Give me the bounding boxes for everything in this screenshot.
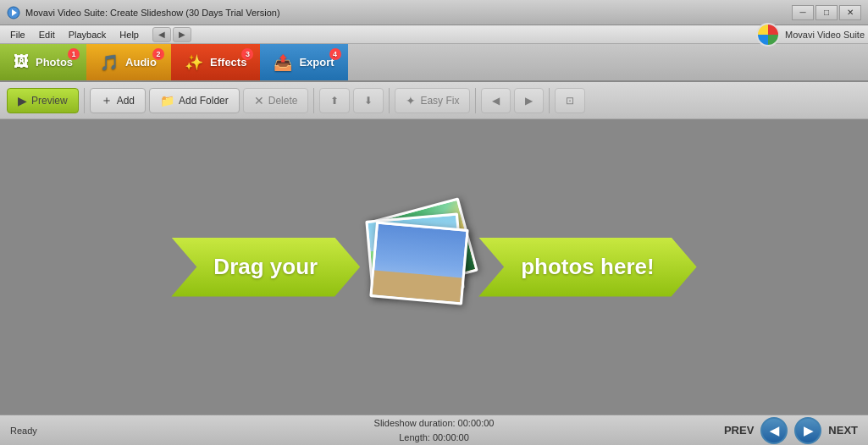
audio-tab-icon: 🎵 [100, 53, 119, 72]
photos-tab-icon: 🖼 [14, 53, 29, 71]
add-icon: ＋ [101, 93, 113, 108]
photos-tab-label: Photos [36, 56, 73, 69]
prev-nav-label: PREV [724, 424, 754, 437]
export-tab-icon: 📤 [274, 53, 292, 72]
drag-drop-area[interactable]: Drag your photos here! [171, 200, 696, 335]
menu-help[interactable]: Help [113, 28, 146, 41]
resize-icon: ⊡ [566, 95, 574, 107]
movavi-branding: Movavi Video Suite [756, 23, 865, 47]
menu-file[interactable]: File [3, 28, 32, 41]
status-navigation: PREV ◀ ▶ NEXT [575, 417, 858, 444]
window-controls: ─ □ ✕ [792, 5, 861, 20]
toolbar-separator-1 [84, 88, 85, 113]
main-content[interactable]: Drag your photos here! [0, 119, 868, 415]
window-title: Movavi Video Suite: Create Slideshow (30… [25, 8, 792, 18]
photo-card-3 [369, 221, 468, 305]
slideshow-duration: Slideshow duration: 00:00:00 [293, 416, 576, 431]
nav-arrows: ◀ ▶ [152, 27, 191, 42]
delete-button[interactable]: ✕ Delete [243, 88, 309, 113]
effects-tab-badge: 3 [241, 48, 253, 60]
toolbar: ▶ Preview ＋ Add 📁 Add Folder ✕ Delete ⬆ … [0, 82, 868, 119]
restore-button[interactable]: □ [815, 5, 838, 20]
app-icon [7, 6, 20, 19]
back-arrow[interactable]: ◀ [152, 27, 171, 42]
tab-photos[interactable]: 🖼 Photos 1 [0, 44, 86, 80]
tab-bar: 🖼 Photos 1 🎵 Audio 2 ✨ Effects 3 📤 Expor… [0, 44, 868, 82]
menu-playback[interactable]: Playback [62, 28, 113, 41]
toolbar-separator-2 [313, 88, 314, 113]
tab-effects[interactable]: ✨ Effects 3 [171, 44, 260, 80]
audio-tab-badge: 2 [152, 48, 164, 60]
status-ready: Ready [10, 426, 293, 436]
titlebar: Movavi Video Suite: Create Slideshow (30… [0, 0, 868, 25]
next-button[interactable]: ▶ [514, 88, 544, 113]
menu-edit[interactable]: Edit [32, 28, 62, 41]
export-tab-badge: 4 [329, 48, 341, 60]
audio-tab-label: Audio [125, 56, 157, 69]
delete-icon: ✕ [254, 94, 264, 107]
wand-icon: ✦ [406, 94, 416, 107]
add-button[interactable]: ＋ Add [90, 88, 146, 113]
resize-button[interactable]: ⊡ [555, 88, 585, 113]
photos-stack [351, 200, 487, 335]
close-button[interactable]: ✕ [839, 5, 861, 20]
prev-nav-button[interactable]: ◀ [760, 417, 788, 444]
effects-tab-label: Effects [210, 56, 246, 69]
movavi-logo-icon [756, 23, 780, 47]
movavi-logo-text: Movavi Video Suite [785, 30, 865, 40]
toolbar-separator-4 [475, 88, 476, 113]
next-nav-button[interactable]: ▶ [794, 417, 821, 444]
preview-icon: ▶ [18, 94, 27, 107]
export-tab-label: Export [299, 56, 334, 69]
toolbar-separator-3 [389, 88, 390, 113]
move-up-button[interactable]: ⬆ [319, 88, 350, 113]
tab-export[interactable]: 📤 Export 4 [260, 44, 347, 80]
folder-icon: 📁 [160, 94, 174, 107]
forward-arrow[interactable]: ▶ [173, 27, 191, 42]
tab-audio[interactable]: 🎵 Audio 2 [86, 44, 171, 80]
photo-thumbnail-group [373, 223, 467, 302]
next-nav-label: NEXT [828, 424, 858, 437]
left-arrow-icon: ◀ [492, 95, 500, 107]
prev-button[interactable]: ◀ [481, 88, 511, 113]
drag-label-right: photos here! [478, 238, 696, 297]
slideshow-length: Length: 00:00:00 [293, 431, 576, 445]
photos-tab-badge: 1 [68, 48, 80, 60]
statusbar: Ready Slideshow duration: 00:00:00 Lengt… [0, 415, 868, 445]
toolbar-separator-5 [549, 88, 550, 113]
move-up-icon: ⬆ [330, 95, 339, 107]
preview-button[interactable]: ▶ Preview [7, 88, 79, 113]
status-info: Slideshow duration: 00:00:00 Length: 00:… [293, 416, 576, 444]
easy-fix-button[interactable]: ✦ Easy Fix [395, 88, 470, 113]
effects-tab-icon: ✨ [185, 53, 203, 72]
minimize-button[interactable]: ─ [792, 5, 814, 20]
move-down-button[interactable]: ⬇ [353, 88, 384, 113]
move-down-icon: ⬇ [364, 95, 373, 107]
menubar: File Edit Playback Help ◀ ▶ Movavi Video… [0, 25, 868, 44]
right-arrow-icon: ▶ [525, 95, 533, 107]
add-folder-button[interactable]: 📁 Add Folder [149, 88, 240, 113]
drag-label-left: Drag your [171, 238, 360, 297]
